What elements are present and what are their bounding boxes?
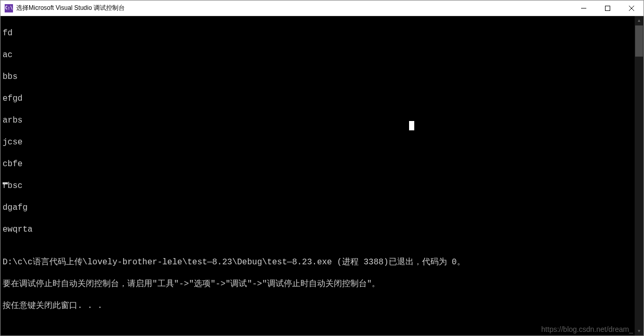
vertical-scrollbar[interactable]: ▲ ▼: [635, 16, 643, 335]
console-area[interactable]: fd ac bbs efgd arbs jcse cbfe rbsc dgafg…: [1, 16, 643, 335]
window-controls: [572, 1, 643, 16]
output-line: ac: [3, 50, 633, 61]
window-title: 选择Microsoft Visual Studio 调试控制台: [16, 4, 572, 12]
close-button[interactable]: [620, 1, 643, 16]
prompt-message: 按任意键关闭此窗口. . .: [3, 301, 633, 312]
scroll-thumb[interactable]: [635, 25, 643, 57]
minimize-button[interactable]: [572, 1, 596, 16]
text-cursor: [3, 182, 8, 184]
scroll-down-icon[interactable]: ▼: [635, 327, 643, 335]
console-window: C:\ 选择Microsoft Visual Studio 调试控制台 fd a…: [0, 0, 644, 336]
scroll-up-icon[interactable]: ▲: [635, 16, 643, 25]
maximize-button[interactable]: [596, 1, 620, 16]
selection-cursor: [409, 121, 414, 130]
app-icon: C:\: [5, 4, 13, 12]
output-line: cbfe: [3, 159, 633, 170]
output-line: arbs: [3, 115, 633, 126]
svg-rect-1: [606, 6, 610, 10]
exit-message: D:\c\c语言代码上传\lovely-brother-lele\test—8.…: [3, 257, 633, 268]
output-line: bbs: [3, 72, 633, 83]
output-line: dgafg: [3, 203, 633, 213]
output-line: jcse: [3, 137, 633, 148]
output-line: rbsc: [3, 181, 633, 192]
console-output[interactable]: fd ac bbs efgd arbs jcse cbfe rbsc dgafg…: [1, 16, 635, 335]
output-line: efgd: [3, 93, 633, 104]
hint-message: 要在调试停止时自动关闭控制台，请启用"工具"->"选项"->"调试"->"调试停…: [3, 279, 633, 290]
title-bar[interactable]: C:\ 选择Microsoft Visual Studio 调试控制台: [1, 1, 643, 16]
output-line: fd: [3, 28, 633, 39]
output-line: ewqrta: [3, 224, 633, 235]
